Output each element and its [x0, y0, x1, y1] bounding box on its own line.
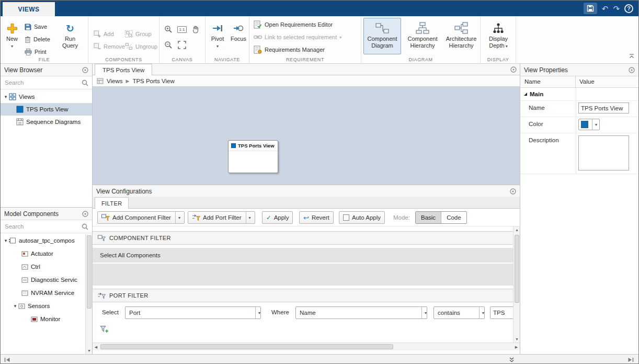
view-browser-search-input[interactable] — [1, 76, 92, 89]
mode-basic-button[interactable]: Basic — [416, 212, 441, 223]
scrollbar-thumb[interactable] — [87, 235, 92, 309]
dropdown-arrow-icon[interactable]: ▾ — [421, 307, 427, 318]
add-filter-row-button[interactable] — [100, 325, 109, 336]
scroll-down-arrow[interactable]: ▼ — [86, 347, 93, 354]
view-card-tps-ports-view[interactable]: TPS Ports View — [228, 140, 278, 173]
zoom-in-button[interactable] — [163, 24, 174, 35]
scrollbar-thumb[interactable] — [515, 235, 519, 303]
expand-caret-icon[interactable]: ▾ — [3, 238, 9, 243]
operator-select[interactable]: contains ▾ — [433, 306, 485, 319]
remove-component-button[interactable]: Remove — [94, 41, 125, 52]
focus-button[interactable]: Focus — [229, 18, 248, 54]
print-button[interactable]: Print — [25, 47, 47, 57]
expand-caret-icon[interactable]: ▾ — [12, 303, 18, 309]
save-file-button[interactable]: Save — [25, 21, 47, 32]
filter-horizontal-scrollbar[interactable]: ◀ ▶ — [93, 343, 520, 350]
diagram-canvas[interactable]: TPS Ports View — [93, 87, 520, 185]
field-select[interactable]: Name ▾ — [295, 306, 427, 319]
tree-item-label: Monitor — [40, 316, 60, 322]
section-label-display: DISPLAY — [481, 57, 516, 62]
panel-options-icon[interactable] — [82, 67, 88, 73]
dropdown-arrow-icon[interactable]: ▾ — [175, 212, 180, 223]
tab-tps-ports-view[interactable]: TPS Ports View — [95, 64, 152, 75]
tree-item-ctrl[interactable]: Ctrl — [1, 260, 92, 273]
component-filter-empty-row[interactable] — [93, 264, 513, 286]
port-filter-icon — [98, 292, 106, 299]
auto-apply-button[interactable]: Auto Apply — [339, 211, 385, 224]
new-button[interactable]: New ▾ — [2, 18, 22, 54]
zoom-one-to-one-button[interactable]: 1:1 — [176, 24, 188, 35]
tree-item-tps-ports-view[interactable]: TPS Ports View — [1, 103, 92, 116]
undo-icon[interactable]: ↶ — [602, 5, 609, 13]
add-component-filter-button[interactable]: Add Component Filter ▾ — [97, 211, 185, 224]
display-depth-button[interactable]: Display Depth▾ — [482, 18, 515, 54]
panel-options-icon[interactable] — [510, 66, 517, 73]
run-query-button[interactable]: ↻ Run Query — [55, 18, 85, 54]
fit-to-view-button[interactable] — [176, 39, 188, 51]
scrollbar-thumb[interactable] — [100, 344, 393, 349]
group-main[interactable]: Main — [524, 91, 543, 97]
tab-views[interactable]: VIEWS — [3, 2, 55, 16]
panel-options-icon[interactable] — [629, 67, 635, 73]
breadcrumb-root[interactable]: Views — [107, 78, 122, 84]
mode-label: Mode: — [393, 214, 410, 221]
description-property-input[interactable] — [578, 135, 629, 170]
auto-apply-checkbox[interactable] — [343, 214, 349, 221]
scroll-to-start-button[interactable] — [4, 357, 11, 364]
tree-item-monitor[interactable]: Monitor — [1, 313, 92, 325]
component-filter-section-header[interactable]: COMPONENT FILTER — [93, 231, 513, 245]
breadcrumb-home-icon[interactable] — [97, 78, 104, 84]
help-icon[interactable]: ? — [624, 4, 633, 13]
dropdown-arrow-icon[interactable]: ▾ — [255, 307, 260, 318]
select-all-components-row[interactable]: Select All Components — [93, 248, 513, 263]
scroll-left-arrow[interactable]: ◀ — [93, 344, 99, 350]
collapse-panel-button[interactable] — [509, 357, 515, 364]
tab-filter[interactable]: FILTER — [95, 197, 129, 209]
add-port-filter-button[interactable]: Add Port Filter ▾ — [188, 211, 255, 224]
model-components-scrollbar[interactable]: ▼ — [85, 234, 92, 354]
scroll-right-arrow[interactable]: ▶ — [513, 344, 520, 350]
tree-item-views[interactable]: ▾ Views — [1, 90, 92, 103]
pan-hand-button[interactable] — [190, 24, 201, 35]
port-type-select[interactable]: Port ▾ — [125, 306, 261, 319]
component-diagram-button[interactable]: Component Diagram — [363, 18, 401, 54]
link-to-requirement-label: Link to selected requirement — [265, 34, 337, 40]
link-to-requirement-button[interactable]: Link to selected requirement ▾ — [254, 32, 341, 42]
search-icon — [82, 223, 88, 230]
expand-caret-icon[interactable]: ▾ — [3, 94, 9, 99]
apply-button[interactable]: ✓ Apply — [262, 211, 293, 224]
panel-options-icon[interactable] — [82, 211, 88, 217]
zoom-out-button[interactable] — [163, 39, 174, 51]
dropdown-arrow-icon[interactable]: ▾ — [246, 212, 251, 223]
tree-item-sensors[interactable]: ▾ Sensors — [1, 300, 92, 312]
tree-item-nvram-service[interactable]: NVRAM Service — [1, 287, 92, 299]
filter-vertical-scrollbar[interactable]: ▲ ▼ — [513, 226, 520, 343]
name-property-input[interactable] — [578, 103, 629, 113]
architecture-hierarchy-button[interactable]: Architecture Hierarchy — [443, 18, 480, 54]
color-picker[interactable]: ▾ — [578, 119, 600, 130]
requirements-manager-button[interactable]: Requirements Manager — [254, 44, 325, 55]
port-filter-section-header[interactable]: PORT FILTER — [93, 289, 513, 302]
panel-options-icon[interactable] — [510, 188, 516, 195]
collapse-ribbon-icon[interactable] — [629, 53, 634, 60]
mode-code-button[interactable]: Code — [441, 212, 466, 223]
component-hierarchy-button[interactable]: Component Hierarchy — [403, 18, 442, 54]
revert-button[interactable]: ↩ Revert — [299, 211, 334, 224]
pivot-button[interactable]: Pivot ▾ — [208, 18, 227, 54]
scroll-to-end-button[interactable] — [627, 357, 634, 364]
tree-item-label: Ctrl — [31, 264, 40, 270]
dropdown-arrow-icon[interactable]: ▾ — [479, 307, 484, 318]
save-button[interactable] — [584, 3, 597, 14]
group-button[interactable]: Group — [125, 29, 152, 39]
model-components-search-input[interactable] — [1, 220, 92, 233]
redo-icon[interactable]: ↷ — [613, 5, 620, 13]
delete-button[interactable]: Delete — [25, 34, 50, 44]
open-requirements-editor-button[interactable]: Open Requirements Editor — [254, 19, 333, 30]
tree-item-actuator[interactable]: Actuator — [1, 247, 92, 260]
tree-item-sequence-diagrams[interactable]: Sequence Diagrams — [1, 116, 92, 128]
add-component-button[interactable]: Add — [94, 29, 114, 39]
ungroup-button[interactable]: Ungroup — [125, 41, 157, 52]
dropdown-arrow-icon[interactable]: ▾ — [592, 119, 599, 130]
tree-item-diagnostic-service[interactable]: Diagnostic Servic — [1, 274, 92, 286]
tree-item-model-root[interactable]: ▾ autosar_tpc_compos — [1, 234, 92, 247]
